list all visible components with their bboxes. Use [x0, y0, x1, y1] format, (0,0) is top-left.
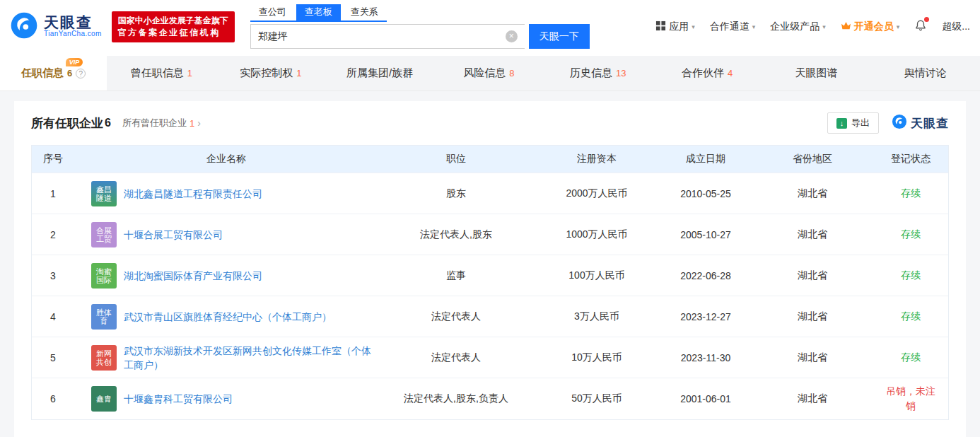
nav-cooperation[interactable]: 合作通道 ▾ — [710, 21, 756, 33]
certification-line1: 国家中小企业发展子基金旗下 — [118, 15, 228, 27]
profile-tabbar: VIP 任职信息 6 ? 曾任职信息 1 实际控制权 1 所属集团/族群 风险信… — [0, 56, 980, 91]
status-badge: 存续 — [901, 268, 921, 283]
cell-company: 胜体 育 武汉市青山区旗胜体育经纪中心（个体工商户） — [74, 296, 378, 337]
nav-apps-label: 应用 — [669, 21, 689, 33]
company-link[interactable]: 武汉市青山区旗胜体育经纪中心（个体工商户） — [124, 310, 332, 324]
nav-member-label: 开通会员 — [854, 21, 894, 33]
nav-super[interactable]: 超级... — [942, 21, 970, 33]
status-badge: 存续 — [901, 309, 921, 324]
table-row: 4 胜体 育 武汉市青山区旗胜体育经纪中心（个体工商户） 法定代表人 3万人民币… — [32, 296, 948, 337]
cell-index: 5 — [32, 337, 74, 378]
company-link[interactable]: 湖北鑫昌隧道工程有限责任公司 — [124, 187, 262, 201]
cell-position: 法定代表人 — [378, 296, 534, 337]
tab-count: 4 — [728, 68, 733, 78]
company-logo: 淘蜜 国际 — [91, 263, 117, 289]
cell-index: 6 — [32, 378, 74, 419]
nav-open-member[interactable]: 开通会员 ▾ — [841, 21, 900, 33]
tab-label: 合作伙伴 — [682, 66, 724, 80]
cell-company: 新网 共创 武汉市东湖新技术开发区新网共创文化传媒工作室（个体工商户） — [74, 337, 378, 378]
export-button[interactable]: ↓ 导出 — [827, 112, 879, 134]
brand-name: 天眼查 — [44, 15, 102, 30]
vip-badge: VIP — [66, 58, 83, 66]
company-link[interactable]: 十堰合展工贸有限公司 — [124, 228, 223, 242]
company-link[interactable]: 武汉市东湖新技术开发区新网共创文化传媒工作室（个体工商户） — [124, 344, 371, 372]
notification-bell[interactable] — [914, 19, 927, 34]
cell-province: 湖北省 — [752, 173, 873, 214]
search-button[interactable]: 天眼一下 — [529, 24, 590, 49]
logo-text: 育 — [100, 317, 108, 325]
tianyancha-logo-icon — [892, 114, 907, 132]
help-icon[interactable]: ? — [76, 69, 86, 78]
cell-status: 存续 — [873, 337, 948, 378]
search-tab-company[interactable]: 查公司 — [250, 4, 295, 21]
nav-enterprise[interactable]: 企业级产品 ▾ — [770, 21, 826, 33]
tab-label: 实际控制权 — [240, 66, 293, 80]
header-company: 企业名称 — [74, 146, 378, 173]
cell-capital: 10万人民币 — [534, 337, 660, 378]
tab-label: 历史信息 — [570, 66, 612, 80]
status-badge: 吊销，未注销 — [882, 384, 939, 414]
company-logo: 新网 共创 — [91, 345, 117, 371]
company-logo: 鑫昌 隧道 — [91, 181, 117, 206]
cell-company: 鑫胄 十堰鑫胄科工贸有限公司 — [74, 378, 378, 419]
company-link[interactable]: 湖北淘蜜国际体育产业有限公司 — [124, 269, 262, 283]
cell-date: 2023-12-27 — [660, 296, 752, 337]
section-title: 所有任职企业 — [31, 115, 103, 132]
company-link[interactable]: 十堰鑫胄科工贸有限公司 — [124, 392, 233, 406]
cell-status: 存续 — [873, 173, 948, 214]
logo-text: 工贸 — [96, 235, 112, 243]
tab-former-positions[interactable]: 曾任职信息 1 — [107, 56, 216, 91]
nav-enterprise-label: 企业级产品 — [770, 21, 819, 33]
cell-date: 2001-06-01 — [660, 378, 752, 419]
search-tab-relation[interactable]: 查关系 — [342, 4, 387, 21]
chevron-right-icon: › — [197, 117, 201, 129]
status-badge: 存续 — [901, 227, 921, 242]
brand-domain: TianYanCha.com — [44, 30, 102, 38]
header-date: 成立日期 — [660, 146, 752, 173]
tianyancha-logo-icon — [10, 11, 38, 42]
logo-text: 隧道 — [96, 194, 112, 202]
search-tab-boss[interactable]: 查老板 — [296, 4, 341, 21]
status-badge: 存续 — [901, 350, 921, 365]
table-row: 3 淘蜜 国际 湖北淘蜜国际体育产业有限公司 监事 100万人民币 2022-0… — [32, 255, 948, 296]
cell-capital: 100万人民币 — [534, 255, 660, 296]
clear-icon[interactable]: × — [506, 30, 518, 42]
tab-actual-control[interactable]: 实际控制权 1 — [216, 56, 325, 91]
header-province: 省份地区 — [752, 146, 873, 173]
search-area: 查公司 查老板 查关系 × 天眼一下 — [250, 4, 590, 49]
header-index: 序号 — [32, 146, 74, 173]
logo-text: 合展 — [96, 226, 112, 235]
site-logo[interactable]: 天眼查 TianYanCha.com — [10, 11, 102, 42]
tab-risk[interactable]: 风险信息 8 — [434, 56, 543, 91]
status-badge: 存续 — [901, 186, 921, 201]
tab-label: 天眼图谱 — [795, 66, 837, 80]
top-nav: 应用 ▾ 合作通道 ▾ 企业级产品 ▾ 开通会员 ▾ 超级... — [655, 19, 970, 34]
former-companies-link[interactable]: 所有曾任职企业 1 › — [122, 117, 201, 129]
header-position: 职位 — [378, 146, 534, 173]
section-title-count: 6 — [105, 117, 111, 129]
nav-apps[interactable]: 应用 ▾ — [655, 21, 695, 33]
tab-sentiment[interactable]: 舆情讨论 — [871, 56, 980, 91]
tab-label: 所属集团/族群 — [346, 66, 413, 80]
header-capital: 注册资本 — [534, 146, 660, 173]
certification-line2: 官方备案企业征信机构 — [118, 27, 228, 39]
tab-positions[interactable]: VIP 任职信息 6 ? — [0, 56, 107, 91]
cell-status: 吊销，未注销 — [873, 378, 948, 419]
former-companies-count: 1 — [189, 118, 194, 129]
company-logo: 合展 工贸 — [91, 222, 117, 247]
tab-graph[interactable]: 天眼图谱 — [762, 56, 870, 91]
logo-text: 国际 — [96, 276, 112, 284]
logo-text: 胜体 — [96, 308, 112, 317]
cell-capital: 2000万人民币 — [534, 173, 660, 214]
cell-company: 淘蜜 国际 湖北淘蜜国际体育产业有限公司 — [74, 255, 378, 296]
positions-card: 所有任职企业 6 所有曾任职企业 1 › ↓ 导出 天眼查 序号 企业名称 职位 — [14, 101, 966, 437]
search-input[interactable] — [250, 24, 525, 49]
tab-partners[interactable]: 合作伙伴 4 — [653, 56, 762, 91]
tab-count: 1 — [296, 68, 301, 78]
tab-history[interactable]: 历史信息 13 — [544, 56, 653, 91]
cell-index: 2 — [32, 214, 74, 255]
cell-date: 2010-05-25 — [660, 173, 752, 214]
cell-index: 4 — [32, 296, 74, 337]
tab-group[interactable]: 所属集团/族群 — [325, 56, 434, 91]
logo-text: 共创 — [96, 358, 112, 366]
